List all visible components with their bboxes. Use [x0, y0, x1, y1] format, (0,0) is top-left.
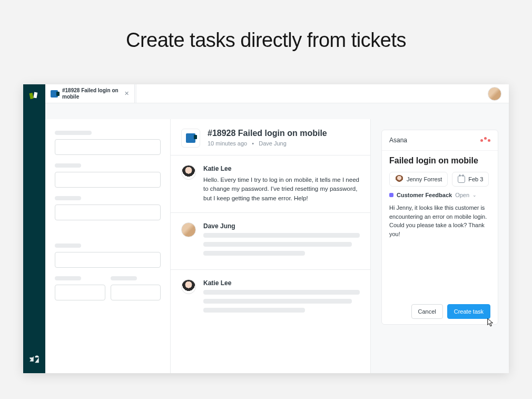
field-input-placeholder[interactable] — [55, 139, 161, 155]
field-label-placeholder — [55, 163, 81, 168]
text-placeholder — [203, 233, 360, 238]
channel-icon — [181, 129, 200, 148]
message: Dave Jung — [171, 212, 370, 269]
text-placeholder — [203, 299, 352, 304]
message-author: Dave Jung — [203, 222, 360, 230]
ticket-title: #18928 Failed login on mobile — [208, 129, 327, 138]
project-row[interactable]: Customer Feedback Open ⌄ — [389, 192, 490, 198]
text-placeholder — [203, 308, 305, 313]
project-color-icon — [389, 193, 393, 197]
apps-panel: Asana Failed login on mobile Jenny Forre… — [371, 119, 509, 373]
svg-rect-1 — [33, 92, 37, 99]
workspace: #18928 Failed login on mobile 10 minutes… — [45, 103, 509, 373]
asana-card: Asana Failed login on mobile Jenny Forre… — [381, 130, 498, 325]
create-task-button[interactable]: Create task — [447, 304, 490, 319]
svg-rect-0 — [29, 93, 33, 99]
hero-title: Create tasks directly from tickets — [0, 29, 532, 52]
ticket-requester: Dave Jung — [259, 140, 287, 147]
field-input-placeholder[interactable] — [55, 205, 161, 220]
ticket-tab-title: #18928 Failed login on mobile — [62, 87, 120, 100]
field-input-placeholder[interactable] — [55, 285, 105, 300]
field-label-placeholder — [111, 276, 137, 280]
message: Katie Lee Hello. Every time I try to log… — [171, 155, 370, 212]
asana-header: Asana — [382, 130, 498, 151]
task-description[interactable]: Hi Jenny, it looks like this customer is… — [389, 203, 490, 238]
message-text: Hello. Every time I try to log in on mob… — [203, 176, 360, 203]
project-name: Customer Feedback — [397, 192, 452, 198]
current-user-avatar[interactable] — [488, 87, 501, 101]
conversation-panel: #18928 Failed login on mobile 10 minutes… — [171, 119, 371, 373]
field-label-placeholder — [55, 276, 81, 280]
asana-logo-icon — [480, 139, 490, 142]
project-status: Open — [455, 192, 469, 198]
ticket-header: #18928 Failed login on mobile 10 minutes… — [171, 119, 370, 155]
message: Katie Lee — [171, 269, 370, 326]
message-author: Katie Lee — [203, 165, 360, 172]
main-column: #18928 Failed login on mobile ✕ — [45, 84, 509, 373]
ticket-tab[interactable]: #18928 Failed login on mobile ✕ — [45, 84, 135, 103]
due-date-chip[interactable]: Feb 3 — [452, 172, 489, 187]
ticket-fields-panel — [45, 119, 171, 373]
text-placeholder — [203, 251, 305, 256]
zendesk-brand-icon — [29, 354, 40, 367]
nav-logo-icon[interactable] — [29, 91, 40, 101]
field-input-placeholder[interactable] — [55, 252, 161, 268]
ticket-time: 10 minutes ago — [208, 140, 247, 147]
assignee-chip[interactable]: Jenny Forrest — [389, 172, 448, 187]
assignee-name: Jenny Forrest — [407, 176, 442, 182]
assignee-avatar — [395, 175, 403, 183]
field-label-placeholder — [55, 131, 92, 135]
message-avatar — [181, 222, 196, 237]
close-icon[interactable]: ✕ — [124, 90, 129, 97]
task-title[interactable]: Failed login on mobile — [389, 156, 490, 166]
nav-rail — [23, 84, 45, 373]
ticket-tab-icon — [51, 90, 58, 98]
message-author: Katie Lee — [203, 279, 360, 287]
message-avatar — [181, 165, 196, 180]
calendar-icon — [458, 176, 465, 183]
text-placeholder — [203, 242, 352, 247]
field-input-placeholder[interactable] — [111, 285, 161, 300]
cancel-button[interactable]: Cancel — [411, 304, 443, 319]
cursor-icon — [486, 318, 495, 327]
due-date: Feb 3 — [468, 176, 483, 182]
top-bar-right — [135, 84, 509, 103]
asana-app-label: Asana — [389, 137, 407, 144]
app-window: #18928 Failed login on mobile ✕ — [23, 84, 509, 373]
chevron-down-icon: ⌄ — [472, 192, 477, 198]
field-input-placeholder[interactable] — [55, 172, 161, 188]
ticket-meta: 10 minutes ago • Dave Jung — [208, 140, 327, 147]
top-bar: #18928 Failed login on mobile ✕ — [45, 84, 509, 103]
text-placeholder — [203, 290, 360, 295]
field-label-placeholder — [55, 196, 81, 200]
field-label-placeholder — [55, 244, 81, 248]
message-avatar — [181, 279, 196, 294]
